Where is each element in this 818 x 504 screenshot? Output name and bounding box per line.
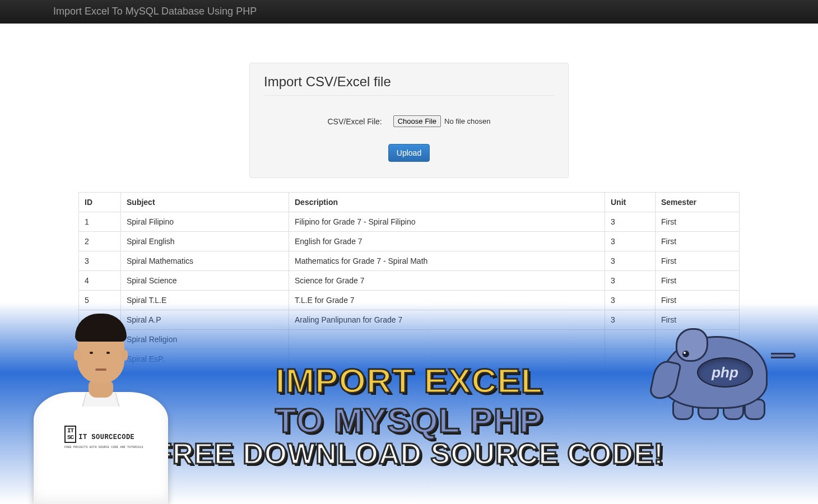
cell-id: 4 [79, 271, 121, 291]
cell-subject: Spiral Science [121, 271, 289, 291]
promo-text: IMPORT EXCEL TO MYSQL PHP FREE DOWNLOAD … [0, 361, 818, 470]
data-table: ID Subject Description Unit Semester 1Sp… [78, 192, 740, 389]
cell-id [79, 310, 121, 330]
file-input[interactable]: Choose File No file chosen [393, 115, 491, 127]
cell-subject: Spiral Filipino [121, 212, 289, 232]
cell-id: 3 [79, 251, 121, 271]
promo-line-1: IMPORT EXCEL [0, 361, 818, 400]
cell-semester: First [656, 310, 740, 330]
th-description: Description [289, 193, 605, 212]
cell-description: T.L.E for Grade 7 [289, 291, 605, 310]
navbar-brand: Import Excel To MySQL Database Using PHP [53, 6, 257, 17]
cell-description: Science for Grade 7 [289, 271, 605, 291]
table-header-row: ID Subject Description Unit Semester [79, 193, 740, 212]
th-id: ID [79, 193, 121, 212]
cell-subject: Spiral A.P [121, 310, 289, 330]
table-row: 4Spiral ScienceScience for Grade 73First [79, 271, 740, 291]
cell-description [289, 330, 605, 349]
table-row: 2Spiral EnglishEnglish for Grade 73First [79, 232, 740, 251]
cell-subject: Spiral Religion [121, 330, 289, 349]
navbar: Import Excel To MySQL Database Using PHP [0, 0, 818, 24]
cell-subject: Spiral English [121, 232, 289, 251]
th-semester: Semester [656, 193, 740, 212]
table-row: 3Spiral MathematicsMathematics for Grade… [79, 251, 740, 271]
promo-line-2: TO MYSQL PHP [0, 400, 818, 440]
panel-divider [264, 95, 554, 96]
th-unit: Unit [605, 193, 656, 212]
table-row: 1Spiral FilipinoFilipino for Grade 7 - S… [79, 212, 740, 232]
cell-unit [605, 330, 656, 349]
table-row: Spiral A.PAraling Panlipunan for Grade 7… [79, 310, 740, 330]
import-panel: Import CSV/Excel file CSV/Excel File: Ch… [249, 63, 569, 178]
table-row: Spiral Religion [79, 330, 740, 349]
promo-line-3: FREE DOWNLOAD SOURCE CODE! [0, 437, 818, 470]
cell-description: Filipino for Grade 7 - Spiral Filipino [289, 212, 605, 232]
choose-file-button[interactable]: Choose File [393, 115, 441, 127]
cell-description: Mathematics for Grade 7 - Spiral Math [289, 251, 605, 271]
cell-description: Araling Panlipunan for Grade 7 [289, 310, 605, 330]
th-subject: Subject [121, 193, 289, 212]
cell-unit: 3 [605, 310, 656, 330]
cell-id: 5 [79, 291, 121, 310]
cell-unit: 3 [605, 251, 656, 271]
cell-subject: Spiral Mathematics [121, 251, 289, 271]
cell-id: 1 [79, 212, 121, 232]
file-status-text: No file chosen [444, 117, 490, 125]
cell-unit: 3 [605, 291, 656, 310]
cell-unit: 3 [605, 271, 656, 291]
cell-subject: Spiral T.L.E [121, 291, 289, 310]
cell-unit: 3 [605, 232, 656, 251]
main-container: Import CSV/Excel file CSV/Excel File: Ch… [70, 63, 748, 389]
cell-description: English for Grade 7 [289, 232, 605, 251]
table-row: 5Spiral T.L.ET.L.E for Grade 73First [79, 291, 740, 310]
panel-title: Import CSV/Excel file [264, 74, 554, 90]
cell-id [79, 330, 121, 349]
file-label: CSV/Excel File: [327, 117, 382, 126]
file-row: CSV/Excel File: Choose File No file chos… [264, 115, 554, 127]
cell-semester: First [656, 291, 740, 310]
cell-semester [656, 330, 740, 349]
cell-unit: 3 [605, 212, 656, 232]
cell-semester: First [656, 251, 740, 271]
cell-semester: First [656, 271, 740, 291]
cell-semester: First [656, 212, 740, 232]
upload-row: Upload [264, 144, 554, 162]
upload-button[interactable]: Upload [388, 144, 430, 162]
cell-id: 2 [79, 232, 121, 251]
cell-semester: First [656, 232, 740, 251]
